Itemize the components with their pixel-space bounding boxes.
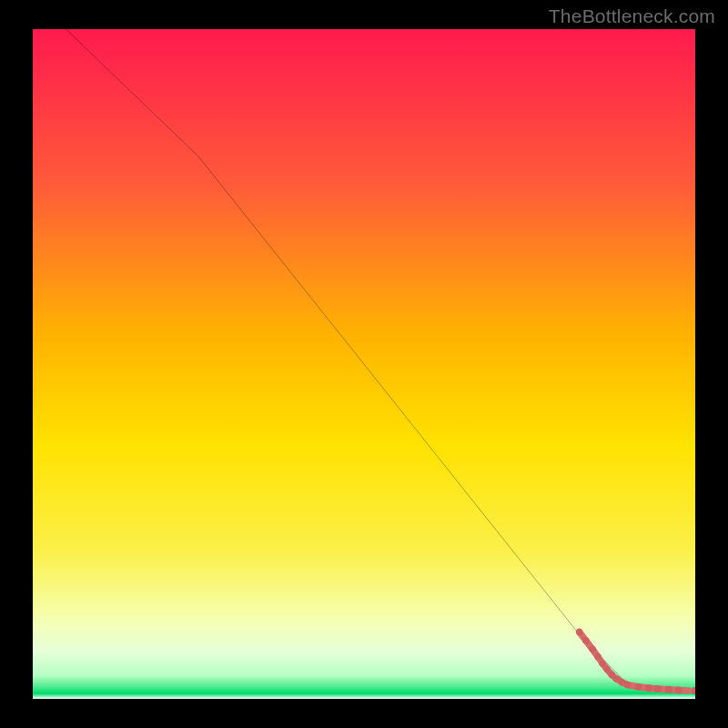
watermark-label: TheBottleneck.com bbox=[549, 5, 715, 27]
marker-dot bbox=[582, 637, 589, 643]
marker-dot bbox=[635, 683, 642, 690]
marker-dot bbox=[590, 646, 596, 652]
chart-frame: TheBottleneck.com bbox=[0, 0, 728, 728]
marker-dot bbox=[645, 684, 652, 692]
marker-dot bbox=[576, 629, 582, 635]
marker-dot bbox=[654, 685, 662, 693]
marker-dot bbox=[624, 682, 631, 688]
marker-dot bbox=[599, 660, 605, 666]
marker-dot bbox=[665, 686, 672, 693]
marker-dot bbox=[675, 686, 682, 693]
chart-svg bbox=[33, 29, 695, 699]
marker-dot bbox=[619, 679, 625, 685]
plot-container bbox=[33, 29, 695, 699]
marker-dot bbox=[594, 653, 601, 660]
marker-dot bbox=[604, 666, 611, 672]
